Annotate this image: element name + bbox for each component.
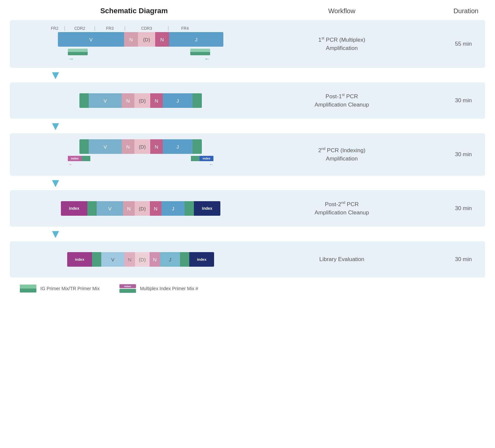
dna-bar-cleanup2: index V N (D) N J index [61,201,220,216]
seg-green-mid-left-c2 [87,201,97,216]
seg-j-p2: J [163,139,193,154]
duration-eval: 30 min [419,256,478,263]
workflow-row-pcr1: FR2 CDR2 FR3 CDR3 FR4 V N (D) N J [10,20,485,68]
down-arrow-icon-2: ▼ [50,120,62,132]
index-primer-right: index ← [191,156,213,167]
seg-green-right-p2 [193,139,202,154]
workflow-label-cleanup1: Post-1st PCRAmplification Cleanup [265,92,419,109]
down-arrow-icon: ▼ [50,69,62,81]
legend-icon-primer [20,285,36,292]
dna-bar-pcr1: V N (D) N J [58,32,223,47]
down-arrow-icon-4: ▼ [50,228,62,240]
region-fr2: FR2 [45,26,65,31]
arrow-3: ▼ [10,177,485,189]
seg-d-ev: (D) [135,252,150,267]
seg-green-left-p2 [79,139,89,154]
seg-n-p2: N [122,139,134,154]
diagram-cleanup2: index V N (D) N J index [17,201,265,216]
duration-cleanup2: 30 min [419,205,478,212]
duration-cleanup1: 30 min [419,97,478,104]
seg-green-mid-left-ev [92,252,101,267]
seg-index-left-c2: index [61,201,87,216]
seg-d-p2: (D) [134,139,150,154]
seg-index-left-ev: index [67,252,92,267]
workflow-row-eval: index V N (D) N J index Library Evaluati… [10,241,485,278]
index-primer-left: index → [68,156,90,167]
header-workflow: Workflow [258,7,426,15]
seg-green-mid-right-c2 [185,201,194,216]
seg-v: V [58,32,124,47]
legend-icon-index: index [119,284,136,293]
seg-n: N [124,32,138,47]
index-arrow-left: → [68,162,90,167]
legend-area: IG Primer Mix/TR Primer Mix index Multip… [10,278,485,299]
seg-v-ev: V [101,252,124,267]
arrow-1: ▼ [10,69,485,81]
duration-pcr1: 55 min [419,41,478,47]
legend-item-2: index Multiplex Index Primer Mix # [119,284,198,293]
seg-d-c1: (D) [134,93,150,108]
seg-v-c2: V [97,201,123,216]
index-primers-row: index → index ← [68,156,213,170]
primer-right: ← [190,49,210,62]
arrow-2: ▼ [10,120,485,132]
seg-n-c2: N [123,201,135,216]
diagram-pcr2: V N (D) N J index → [17,139,265,170]
workflow-label-eval: Library Evaluation [265,255,419,264]
workflow-label-cleanup2: Post-2nd PCRAmplification Cleanup [265,200,419,217]
header-duration: Duration [426,7,485,15]
legend-ibar2 [119,289,136,293]
dna-bar-pcr2: V N (D) N J [79,139,202,154]
seg-green-right-c1 [193,93,202,108]
primer-left-arrow: → [68,56,88,62]
index-green-right [191,156,200,161]
header-schematic: Schematic Diagram [10,7,258,15]
seg-n2: N [155,32,169,47]
duration-pcr2: 30 min [419,151,478,158]
page-container: Schematic Diagram Workflow Duration FR2 … [0,0,495,309]
seg-n-c1: N [122,93,134,108]
seg-index-right-c2: index [194,201,220,216]
legend-label-1: IG Primer Mix/TR Primer Mix [40,286,100,291]
seg-v-c1: V [89,93,122,108]
dna-bar-eval: index V N (D) N J index [67,252,214,267]
seg-d-c2: (D) [135,201,150,216]
seg-d: (D) [138,32,155,47]
legend-ibar1: index [119,284,136,288]
dna-bar-cleanup1: V N (D) N J [79,93,202,108]
index-green-left [82,156,90,161]
index-arrow-right: ← [209,162,213,167]
arrow-4: ▼ [10,228,485,240]
workflow-label-pcr2: 2nd PCR (Indexing)Amplification [265,146,419,163]
seg-green-left-c1 [79,93,89,108]
region-cdr2: CDR2 [65,26,95,31]
diagram-pcr1: FR2 CDR2 FR3 CDR3 FR4 V N (D) N J [17,26,265,62]
region-cdr3: CDR3 [125,26,168,31]
down-arrow-icon-3: ▼ [50,177,62,189]
seg-v-p2: V [89,139,122,154]
index-label-left: index [68,156,82,161]
seg-green-mid-right-ev [180,252,189,267]
seg-n2-c2: N [150,201,161,216]
seg-n2-p2: N [150,139,163,154]
seg-j-ev: J [160,252,180,267]
workflow-label-pcr1: 1st PCR (Multiplex)Amplification [265,35,419,53]
workflow-row-cleanup2: index V N (D) N J index Post-2nd PCRAmpl… [10,190,485,227]
legend-label-2: Multiplex Index Primer Mix # [140,286,198,291]
seg-n-ev: N [124,252,135,267]
seg-n2-ev: N [150,252,160,267]
seg-n2-c1: N [150,93,163,108]
diagram-eval: index V N (D) N J index [17,252,265,267]
workflow-row-cleanup1: V N (D) N J Post-1st PCRAmplification Cl… [10,82,485,119]
region-fr4: FR4 [168,26,202,31]
seg-j-c2: J [161,201,185,216]
primer-left: → [68,49,88,62]
diagram-cleanup1: V N (D) N J [17,93,265,108]
seg-j: J [169,32,223,47]
header-row: Schematic Diagram Workflow Duration [10,7,485,20]
index-label-right: index [200,156,213,161]
legend-item-1: IG Primer Mix/TR Primer Mix [20,285,100,292]
seg-j-c1: J [163,93,193,108]
seg-index-right-ev: index [189,252,214,267]
workflow-row-pcr2: V N (D) N J index → [10,133,485,176]
